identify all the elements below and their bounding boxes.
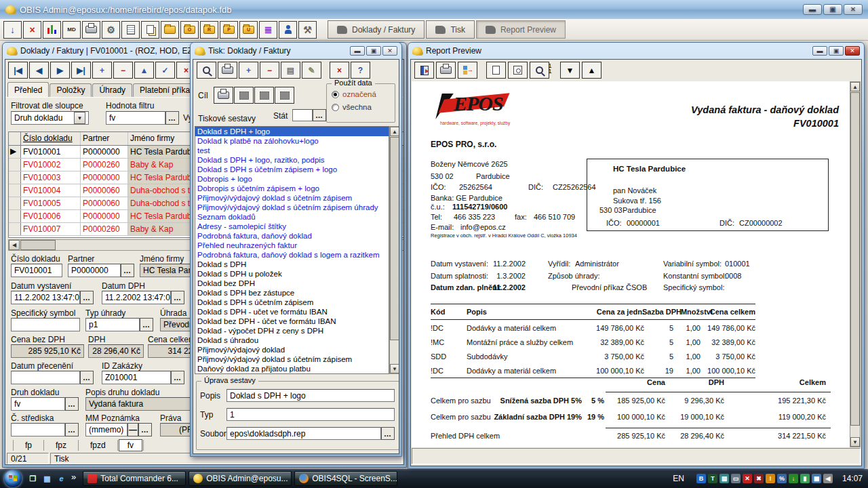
list-scroll-up-icon[interactable]: ▲	[390, 127, 399, 136]
page-width-icon[interactable]	[508, 62, 528, 79]
mail-target-icon[interactable]	[275, 87, 294, 104]
report-item[interactable]: Přehled neuhrazených faktur	[195, 241, 389, 250]
preview-scroll-down-icon[interactable]: ▼	[850, 437, 860, 447]
report-item[interactable]: test	[195, 146, 389, 155]
print-minimize-button[interactable]: ▬	[350, 46, 365, 56]
monitor-icon[interactable]: ▭	[731, 474, 741, 483]
vystaveni-field[interactable]: 11.2.2002 13:47:00	[11, 291, 80, 304]
partner-browse-button[interactable]: …	[121, 264, 134, 277]
preview-minimize-button[interactable]: ▬	[812, 46, 827, 56]
planner-icon[interactable]: MD	[62, 21, 81, 39]
filter-value-browse-button[interactable]: …	[165, 111, 179, 125]
typ-uhrady-browse-button[interactable]: …	[140, 318, 153, 331]
docs-tab-3[interactable]: Úhrady	[92, 83, 132, 97]
report-item[interactable]: Doklad - výpočet DPH z ceny s DPH	[195, 326, 389, 336]
radio-icon[interactable]	[332, 104, 339, 111]
report-item[interactable]: Přijmový/výdajový doklad	[195, 345, 389, 354]
report-item[interactable]: Doklad s DPH + logo, razitko, podpis	[195, 155, 389, 165]
popis-input[interactable]: Doklad s DPH + logo	[226, 389, 395, 402]
archive-u-icon[interactable]: U	[239, 21, 258, 39]
next-record-icon[interactable]: ▶	[50, 62, 70, 79]
docs-tab-2[interactable]: Položky	[50, 83, 92, 97]
list-scroll-thumb[interactable]	[390, 137, 399, 340]
preceneni-browse-button[interactable]: …	[80, 371, 94, 384]
soubor-input[interactable]: epos\dokladsdph.rep	[226, 427, 381, 440]
report-item[interactable]: Doklad s DPH u položek	[195, 269, 389, 279]
radio-icon[interactable]	[332, 91, 339, 98]
dph-datum-browse-button[interactable]: …	[171, 291, 184, 304]
delete-icon[interactable]: ×	[23, 21, 41, 39]
main-tab-report-preview[interactable]: Report Preview	[476, 20, 566, 39]
typ-uhrady-field[interactable]: p1	[85, 318, 140, 331]
stredisko-browse-button[interactable]: …	[65, 423, 79, 436]
poznamka-minus-button[interactable]: —	[127, 423, 138, 436]
maximize-button[interactable]: ▣	[823, 4, 842, 15]
page-down-icon[interactable]: ▼	[560, 62, 580, 79]
report-item[interactable]: Doklad s DPH - učet ve formátu IBAN	[195, 307, 389, 317]
preview-icon[interactable]	[197, 62, 216, 79]
preview-maximize-button[interactable]: ▣	[829, 46, 844, 56]
close-button[interactable]: ✕	[844, 4, 863, 15]
calculator-icon[interactable]: ≣	[259, 21, 277, 39]
notes-icon[interactable]	[121, 21, 140, 39]
prior-record-icon[interactable]: ◀	[29, 62, 49, 79]
stredisko-field[interactable]	[11, 423, 65, 436]
screen-target-icon[interactable]	[234, 87, 254, 104]
filter-column-dropdown-icon[interactable]: ▼	[74, 112, 85, 124]
user-icon[interactable]	[279, 21, 297, 39]
hscroll-left-icon[interactable]: ◀	[9, 240, 20, 250]
security-alert-icon[interactable]: ✕	[743, 474, 752, 483]
print-maximize-button[interactable]: ▣	[366, 46, 381, 56]
update-warning-icon[interactable]: !	[766, 474, 775, 483]
typ-input[interactable]: 1	[226, 408, 395, 421]
archive-r-icon[interactable]: R	[200, 21, 218, 39]
doc-type-tab-fpz[interactable]: fpz	[45, 440, 77, 451]
delete-record-icon[interactable]: −	[113, 62, 133, 79]
close-icon[interactable]: ×	[330, 62, 349, 79]
docs-tab-1[interactable]: Přehled	[7, 82, 49, 97]
battery-icon[interactable]: ▮	[800, 474, 810, 483]
stat-input[interactable]	[292, 109, 313, 121]
cislo-field[interactable]: FV010001	[11, 264, 62, 277]
copy-icon[interactable]	[141, 21, 159, 39]
doc-type-tab-fv[interactable]: fv	[119, 439, 142, 451]
remove-report-icon[interactable]: −	[260, 62, 279, 79]
chart-icon[interactable]	[43, 21, 61, 39]
druh-browse-button[interactable]: …	[65, 397, 79, 411]
insert-record-icon[interactable]: +	[92, 62, 112, 79]
printer-target-icon[interactable]	[214, 87, 233, 104]
exit-icon[interactable]	[414, 62, 434, 79]
edit-report-icon[interactable]: ✎	[302, 62, 321, 79]
partner-field[interactable]: P0000000	[68, 264, 121, 277]
druh-field[interactable]: fv	[11, 397, 65, 411]
archive-o-icon[interactable]: O	[180, 21, 199, 39]
edit-record-icon[interactable]: ▲	[134, 62, 154, 79]
internet-explorer-icon[interactable]: e	[56, 473, 67, 484]
hscroll-thumb[interactable]	[20, 240, 56, 250]
tpm-icon[interactable]: T	[708, 474, 717, 483]
wireless-icon[interactable]: %	[777, 474, 787, 483]
preview-scroll-up-icon[interactable]: ▲	[850, 82, 860, 92]
filter-value-input[interactable]: fv	[106, 111, 165, 125]
report-item[interactable]: Adresy - samolepicí štítky	[195, 222, 389, 231]
print-close-button[interactable]: ✕	[382, 46, 397, 56]
report-item[interactable]: Doklad k platbě na zálohovku+logo	[195, 136, 389, 146]
language-indicator[interactable]: EN	[673, 474, 684, 483]
taskbar-button[interactable]: Total Commander 6...	[83, 471, 186, 486]
report-item[interactable]: Doklad bez DPH - účet ve formátu IBAN	[195, 317, 389, 326]
preview-vscrollbar[interactable]: ▲ ▼	[850, 81, 861, 447]
gear-icon[interactable]: ⚙	[102, 21, 120, 39]
help-icon[interactable]: ?	[351, 62, 370, 79]
first-record-icon[interactable]: |◀	[8, 62, 28, 79]
post-edit-icon[interactable]: ✓	[155, 62, 175, 79]
doc-type-tab-fpzd[interactable]: fpzd	[79, 440, 117, 451]
report-item[interactable]: Seznam dokladů	[195, 212, 389, 222]
preview-close-button[interactable]: ✕	[845, 46, 860, 56]
print-icon[interactable]	[436, 62, 456, 79]
report-item[interactable]: Doklad bez DPH	[195, 279, 389, 288]
col-header-partner[interactable]: Partner	[81, 132, 128, 145]
whole-page-icon[interactable]	[486, 62, 506, 79]
archive-p-icon[interactable]: P	[220, 21, 238, 39]
col-header-cislo[interactable]: Číslo dokladu	[21, 132, 81, 145]
report-item[interactable]: Doklad s úhradou	[195, 336, 389, 345]
